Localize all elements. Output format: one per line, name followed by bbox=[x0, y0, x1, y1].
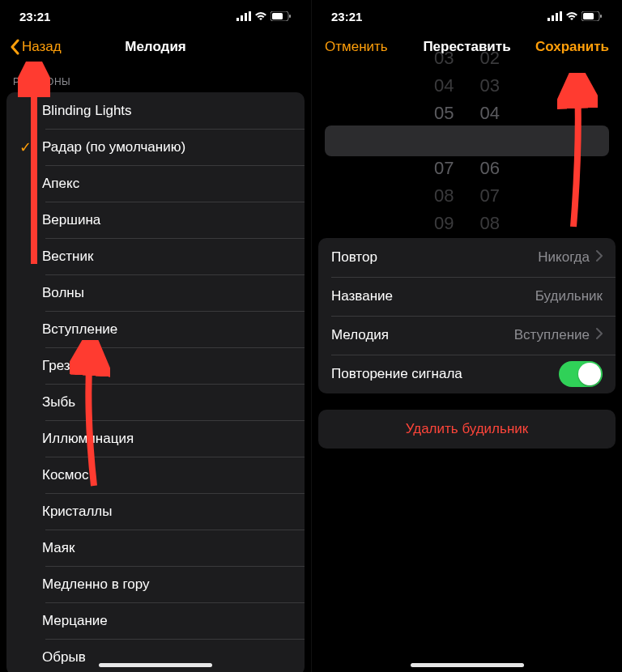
ringtone-label: Мерцание bbox=[42, 603, 292, 639]
svg-rect-2 bbox=[245, 13, 247, 21]
nav-bar: Отменить Переставить Сохранить bbox=[312, 29, 622, 65]
ringtone-row[interactable]: Апекс bbox=[6, 165, 305, 202]
ringtone-label: Радар (по умолчанию) bbox=[42, 130, 292, 165]
svg-rect-9 bbox=[547, 18, 550, 21]
ringtone-row[interactable]: Маяк bbox=[6, 530, 305, 566]
ringtone-label: Вступление bbox=[42, 312, 292, 347]
ringtone-label: Медленно в гору bbox=[42, 567, 292, 602]
status-time: 23:21 bbox=[19, 10, 50, 23]
svg-rect-15 bbox=[600, 15, 602, 18]
ringtone-label: Зыбь bbox=[42, 385, 292, 420]
settings-key: Название bbox=[331, 288, 535, 304]
ringtone-label: Иллюминация bbox=[42, 421, 292, 457]
battery-icon bbox=[582, 11, 603, 21]
save-button[interactable]: Сохранить bbox=[527, 34, 617, 60]
section-header-ringtones: РИНГТОНЫ bbox=[0, 65, 311, 92]
ringtone-row[interactable]: Вступление bbox=[6, 311, 305, 347]
ringtone-label: Космос bbox=[42, 457, 292, 493]
status-time: 23:21 bbox=[331, 10, 362, 23]
cellular-icon bbox=[547, 11, 562, 21]
delete-alarm-button[interactable]: Удалить будильник bbox=[318, 410, 616, 449]
picker-value: 04 bbox=[480, 100, 500, 127]
settings-row-label[interactable]: Название Будильник bbox=[318, 277, 616, 316]
ringtone-row[interactable]: Кристаллы bbox=[6, 493, 305, 530]
picker-highlight bbox=[325, 125, 609, 156]
ringtone-label: Грезы bbox=[42, 348, 292, 384]
back-label: Назад bbox=[22, 39, 62, 55]
picker-value: 06 bbox=[480, 155, 500, 182]
status-icons bbox=[236, 11, 292, 21]
picker-value: 05 bbox=[434, 100, 454, 127]
ringtone-row[interactable]: Blinding Lights bbox=[6, 92, 305, 129]
settings-key: Повторение сигнала bbox=[331, 366, 559, 382]
svg-rect-10 bbox=[552, 15, 554, 21]
picker-value: 03 bbox=[434, 45, 454, 72]
picker-value: 08 bbox=[434, 182, 454, 210]
ringtone-label: Апекс bbox=[42, 166, 292, 202]
settings-row-snooze: Повторение сигнала bbox=[318, 355, 616, 393]
ringtone-label: Волны bbox=[42, 275, 292, 311]
ringtone-row[interactable]: Медленно в гору bbox=[6, 566, 305, 602]
nav-bar: Назад Мелодия bbox=[0, 29, 311, 65]
settings-value: Будильник bbox=[535, 288, 603, 304]
ringtone-row[interactable]: Мерцание bbox=[6, 602, 305, 639]
ringtone-label: Маяк bbox=[42, 530, 292, 566]
alarm-settings-list: Повтор Никогда Название Будильник Мелоди… bbox=[318, 238, 616, 393]
checkmark-icon: ✓ bbox=[19, 138, 42, 156]
settings-value: Вступление bbox=[514, 327, 590, 343]
chevron-right-icon bbox=[596, 249, 603, 266]
picker-value: 04 bbox=[434, 72, 454, 100]
svg-rect-6 bbox=[289, 15, 291, 18]
ringtone-row[interactable]: Иллюминация bbox=[6, 420, 305, 457]
ringtone-row[interactable]: Космос bbox=[6, 457, 305, 493]
status-bar: 23:21 bbox=[312, 0, 622, 29]
back-button[interactable]: Назад bbox=[5, 36, 66, 58]
picker-value: 09 bbox=[434, 210, 454, 237]
wifi-icon bbox=[254, 11, 267, 21]
ringtone-label: Кристаллы bbox=[42, 494, 292, 530]
picker-value: 03 bbox=[480, 72, 500, 100]
wifi-icon bbox=[565, 11, 578, 21]
ringtone-row[interactable]: Волны bbox=[6, 274, 305, 311]
svg-rect-12 bbox=[560, 11, 562, 21]
settings-value: Никогда bbox=[538, 249, 590, 266]
ringtone-label: Вершина bbox=[42, 202, 292, 238]
ringtone-row[interactable]: Зыбь bbox=[6, 384, 305, 420]
snooze-toggle[interactable] bbox=[559, 361, 603, 387]
ringtone-label: Вестник bbox=[42, 239, 292, 274]
svg-rect-3 bbox=[249, 11, 251, 21]
settings-key: Мелодия bbox=[331, 327, 514, 343]
cellular-icon bbox=[236, 11, 251, 21]
settings-row-repeat[interactable]: Повтор Никогда bbox=[318, 238, 616, 277]
ringtone-row[interactable]: Вершина bbox=[6, 202, 305, 238]
ringtone-label: Blinding Lights bbox=[42, 93, 292, 129]
chevron-right-icon bbox=[596, 327, 603, 343]
ringtone-row[interactable]: Грезы bbox=[6, 347, 305, 384]
picker-value: 07 bbox=[480, 182, 500, 210]
time-picker[interactable]: 03040506070809 02030405060708 bbox=[312, 68, 622, 214]
svg-rect-0 bbox=[236, 18, 239, 21]
status-bar: 23:21 bbox=[0, 0, 311, 29]
picker-value: 07 bbox=[434, 155, 454, 182]
svg-rect-5 bbox=[272, 13, 283, 19]
picker-value: 02 bbox=[480, 45, 500, 72]
ringtone-row[interactable]: ✓Радар (по умолчанию) bbox=[6, 129, 305, 165]
ringtone-list: Blinding Lights✓Радар (по умолчанию)Апек… bbox=[6, 92, 305, 672]
phone-left: 23:21 Назад Мелодия РИНГТОНЫ Blinding Li… bbox=[0, 0, 311, 672]
battery-icon bbox=[271, 11, 292, 21]
picker-value: 08 bbox=[480, 210, 500, 237]
svg-rect-14 bbox=[583, 13, 594, 19]
chevron-left-icon bbox=[10, 39, 19, 55]
svg-rect-1 bbox=[241, 15, 243, 21]
settings-row-sound[interactable]: Мелодия Вступление bbox=[318, 316, 616, 355]
cancel-button[interactable]: Отменить bbox=[317, 34, 396, 60]
home-indicator[interactable] bbox=[99, 663, 212, 667]
phone-right: 23:21 Отменить Переставить Сохранить 030… bbox=[311, 0, 622, 672]
svg-rect-11 bbox=[556, 13, 558, 21]
ringtone-row[interactable]: Вестник bbox=[6, 238, 305, 274]
settings-key: Повтор bbox=[331, 249, 538, 266]
home-indicator[interactable] bbox=[411, 663, 524, 667]
status-icons bbox=[547, 11, 603, 21]
